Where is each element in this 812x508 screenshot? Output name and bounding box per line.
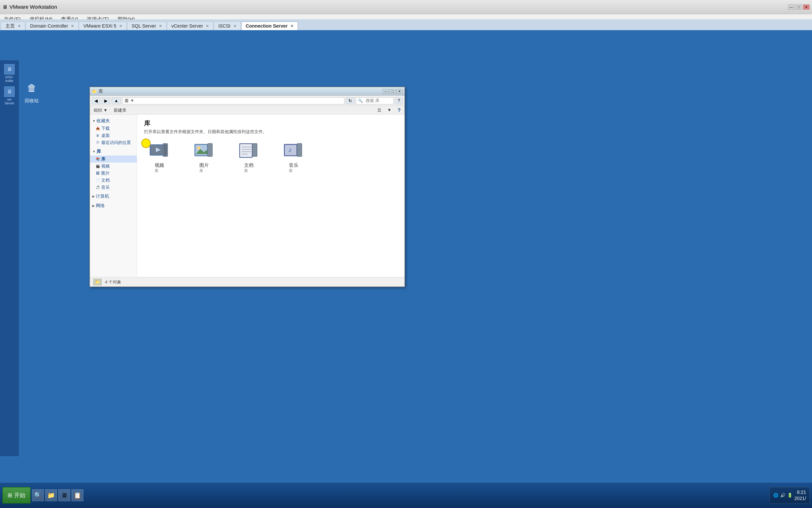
- tab-vcenter-label: vCenter Server: [172, 23, 203, 29]
- sidebar-computer-header[interactable]: ▶ 计算机: [90, 192, 137, 200]
- downloads-label: 下载: [101, 126, 110, 131]
- refresh-button[interactable]: ↻: [346, 97, 354, 104]
- sidebar-item-documents[interactable]: 📄 文档: [90, 177, 137, 184]
- content-title: 库: [144, 119, 397, 127]
- address-dropdown-icon[interactable]: ▼: [130, 98, 134, 103]
- favorites-label: 收藏夹: [97, 118, 110, 124]
- tab-cs-close[interactable]: ✕: [290, 24, 293, 28]
- tab-home[interactable]: 主页 ✕: [1, 22, 25, 30]
- new-folder-button[interactable]: 新建库: [112, 107, 128, 114]
- sidebar-network-header[interactable]: ▶ 网络: [90, 202, 137, 210]
- organize-button[interactable]: 组织 ▼: [92, 107, 109, 114]
- libraries-arrow: ▼: [92, 150, 96, 154]
- close-button[interactable]: ✕: [803, 4, 810, 10]
- desktop-label: 桌面: [101, 133, 110, 138]
- address-bar[interactable]: 库 ▼: [123, 97, 344, 104]
- taskbar-icon-4[interactable]: 📋: [71, 490, 83, 501]
- library-item-music[interactable]: ♪ 音乐 库: [278, 141, 309, 173]
- vm-sidebar-item-1[interactable]: 🖥 xX01-troller: [1, 63, 18, 84]
- videos-label: 视频: [101, 163, 110, 169]
- library-label-videos: 视频 库: [155, 162, 164, 173]
- explorer-minimize[interactable]: —: [383, 89, 389, 94]
- explorer-toolbar2: 组织 ▼ 新建库 ☰ ▼ ?: [90, 106, 404, 115]
- tab-esxi-close[interactable]: ✕: [119, 24, 122, 28]
- svg-rect-4: [163, 144, 167, 156]
- tab-dc-label: Domain Controller: [30, 23, 68, 29]
- vm-sidebar: 🖥 xX01-troller 🖥 verServer: [0, 60, 19, 456]
- taskbar: ⊞ 开始 🔍 📁 🖥 📋 🌐 🔊 🔋 8:21 2021/: [0, 482, 812, 508]
- system-tray: 🌐 🔊 🔋 8:21 2021/: [770, 487, 810, 504]
- library-icon-music: ♪: [283, 141, 304, 161]
- sidebar-favorites-header[interactable]: ▼ 收藏夹: [90, 117, 137, 125]
- window-controls: — □ ✕: [788, 4, 810, 10]
- network-label: 网络: [96, 203, 105, 209]
- sidebar-libraries-header[interactable]: ▼ 库: [90, 147, 137, 156]
- library-item-videos[interactable]: 视频 库: [144, 141, 175, 173]
- recycle-bin[interactable]: 🗑 回收站: [23, 80, 40, 104]
- tab-dc-close[interactable]: ✕: [71, 24, 74, 28]
- sidebar-item-desktop[interactable]: 🖥 桌面: [90, 132, 137, 139]
- status-count: 4 个对象: [105, 279, 121, 285]
- tab-iscsi[interactable]: iSCSI ✕: [214, 22, 241, 30]
- sidebar-section-favorites: ▼ 收藏夹 📥 下载 🖥 桌面 ⏱ 最近访问的位置: [90, 117, 137, 146]
- vm-icon-2: 🖥: [4, 86, 14, 97]
- taskbar-icon-2[interactable]: 📁: [45, 490, 57, 501]
- taskbar-icon-3[interactable]: 🖥: [58, 490, 70, 501]
- pictures-icon: 🖼: [96, 171, 100, 175]
- help-button[interactable]: ?: [395, 97, 402, 104]
- tab-domain-controller[interactable]: Domain Controller ✕: [26, 22, 79, 30]
- search-bar[interactable]: 🔍: [356, 97, 394, 104]
- library-icon-documents: [238, 141, 259, 161]
- back-icon: ◀: [94, 98, 98, 103]
- sidebar-item-recent[interactable]: ⏱ 最近访问的位置: [90, 139, 137, 146]
- sidebar-item-pictures[interactable]: 🖼 图片: [90, 170, 137, 177]
- titlebar: 🖥 VMware Workstation — □ ✕: [0, 0, 812, 14]
- taskbar-icon-1[interactable]: 🔍: [32, 490, 44, 501]
- search-input[interactable]: [364, 98, 391, 104]
- tab-iscsi-close[interactable]: ✕: [233, 24, 236, 28]
- view-help-button[interactable]: ?: [396, 107, 402, 114]
- view-options-button[interactable]: ▼: [385, 107, 393, 113]
- explorer-title: 库: [98, 88, 383, 94]
- up-button[interactable]: ▲: [111, 97, 121, 104]
- tab-connection-server[interactable]: Connection Server ✕: [241, 22, 298, 30]
- tab-vcenter-close[interactable]: ✕: [206, 24, 209, 28]
- library-item-documents[interactable]: 文档 库: [234, 141, 264, 173]
- explorer-maximize[interactable]: □: [390, 89, 396, 94]
- svg-rect-20: [297, 143, 302, 157]
- library-label-documents: 文档 库: [244, 162, 253, 173]
- tab-vcenter[interactable]: vCenter Server ✕: [167, 22, 213, 30]
- minimize-button[interactable]: —: [788, 4, 795, 10]
- tab-sql-server[interactable]: SQL Server ✕: [127, 22, 166, 30]
- explorer-window: 📁 库 — □ ✕ ◀ ▶ ▲ 库 ▼: [90, 87, 405, 287]
- downloads-icon: 📥: [96, 126, 100, 131]
- forward-icon: ▶: [104, 98, 108, 103]
- library-item-pictures[interactable]: 图片 库: [189, 141, 220, 173]
- sidebar-item-music[interactable]: 🎵 音乐: [90, 184, 137, 191]
- maximize-button[interactable]: □: [796, 4, 802, 10]
- tab-vmware-esxi[interactable]: VMware ESXi 5 ✕: [79, 22, 127, 30]
- content-description: 打开库以查看文件并根据文件夹、日期和其他属性排列这些文件。: [144, 129, 397, 134]
- desktop-area: 🖥 xX01-troller 🖥 verServer 🗑 回收站 📁 库 — □…: [0, 30, 812, 482]
- sidebar-section-network: ▶ 网络: [90, 202, 137, 210]
- documents-icon: 📄: [96, 178, 100, 182]
- search-icon: 🔍: [358, 98, 363, 103]
- favorites-arrow: ▼: [92, 119, 96, 123]
- sidebar-item-library-root[interactable]: 📚 库: [90, 156, 137, 163]
- address-bar-text: 库: [125, 98, 129, 104]
- library-label-music: 音乐 库: [289, 162, 298, 173]
- sidebar-item-videos[interactable]: 🎬 视频: [90, 163, 137, 170]
- tab-home-close[interactable]: ✕: [18, 24, 21, 28]
- tab-esxi-label: VMware ESXi 5: [83, 23, 116, 29]
- view-details-button[interactable]: ☰: [376, 107, 383, 113]
- vm-sidebar-item-2[interactable]: 🖥 verServer: [1, 85, 18, 107]
- forward-button[interactable]: ▶: [102, 97, 110, 104]
- start-button[interactable]: ⊞ 开始: [2, 487, 31, 504]
- back-button[interactable]: ◀: [92, 97, 100, 104]
- explorer-close[interactable]: ✕: [396, 89, 402, 94]
- tab-sql-close[interactable]: ✕: [159, 24, 162, 28]
- tab-cs-label: Connection Server: [246, 23, 288, 29]
- clock-date: 2021/: [794, 495, 806, 501]
- recycle-icon: 🗑: [23, 80, 40, 96]
- sidebar-item-downloads[interactable]: 📥 下载: [90, 125, 137, 132]
